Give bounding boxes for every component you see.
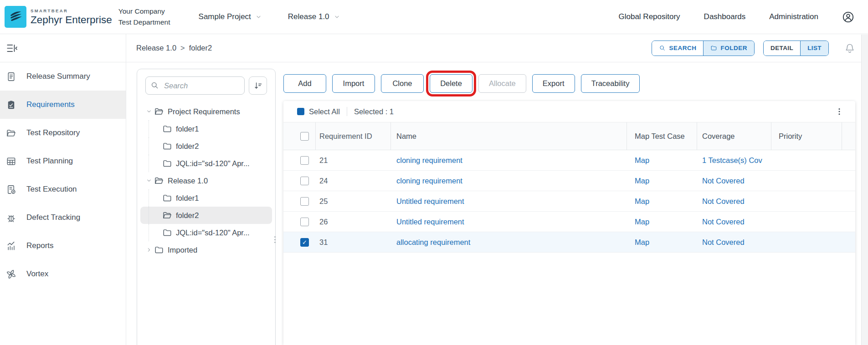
toolbar-button[interactable]: Add — [283, 74, 326, 93]
table-row[interactable]: 31 allocating requirement Map Not Covere… — [283, 232, 855, 253]
tree-node[interactable]: folder1 — [140, 120, 272, 137]
top-navigation: Global Repository Dashboards Administrat… — [618, 11, 854, 23]
bell-icon[interactable] — [844, 42, 855, 54]
requirement-id: 26 — [316, 218, 391, 226]
table-row[interactable]: 24 cloning requirement Map Not Covered — [283, 171, 855, 191]
tree-node[interactable]: folder2 — [140, 207, 272, 224]
segment-label: LIST — [807, 45, 822, 51]
chevron-down-icon — [334, 14, 340, 20]
tree-node-label: JQL:id="sd-120" Apr... — [176, 159, 250, 168]
toolbar-button[interactable]: Import — [332, 74, 375, 93]
sidebar-item[interactable]: Test Repository — [0, 119, 126, 147]
kebab-menu-icon[interactable] — [835, 107, 843, 116]
table-row[interactable]: 26 Untitled requirement Map Not Covered — [283, 212, 855, 232]
release-dropdown[interactable]: Release 1.0 — [288, 12, 340, 21]
toolbar-button[interactable]: Traceability — [581, 74, 640, 93]
requirement-name-link[interactable]: cloning requirement — [391, 156, 627, 165]
toolbar-button[interactable]: Delete — [430, 74, 473, 93]
toggle-segment[interactable]: LIST — [800, 41, 828, 56]
breadcrumb-release[interactable]: Release 1.0 — [136, 44, 176, 52]
toolbar-button[interactable]: Export — [532, 74, 575, 93]
requirement-id: 21 — [316, 156, 391, 165]
tree-search-input[interactable] — [145, 76, 245, 95]
panel-resize-handle[interactable] — [274, 236, 276, 243]
collapse-sidebar-icon[interactable] — [5, 42, 17, 54]
release-dropdown-label: Release 1.0 — [288, 12, 329, 21]
map-link[interactable]: Map — [635, 156, 649, 164]
row-checkbox[interactable] — [300, 177, 309, 185]
row-checkbox[interactable] — [300, 218, 309, 226]
table-row[interactable]: 25 Untitled requirement Map Not Covered — [283, 191, 855, 212]
row-checkbox[interactable] — [300, 238, 309, 247]
folder-open-icon — [6, 128, 16, 138]
sort-button[interactable] — [249, 76, 267, 95]
toggle-segment[interactable]: FOLDER — [703, 41, 754, 56]
requirement-name-link[interactable]: cloning requirement — [391, 177, 627, 185]
requirement-name-link[interactable]: Untitled requirement — [391, 197, 627, 206]
header-checkbox[interactable] — [300, 132, 309, 141]
scrollbar-track[interactable] — [861, 35, 868, 345]
toggle-segment[interactable]: SEARCH — [652, 41, 703, 56]
toggle-segment[interactable]: DETAIL — [764, 41, 800, 56]
coverage-link[interactable]: Not Covered — [697, 177, 771, 185]
coverage-link[interactable]: 1 Testcase(s) Cov — [697, 156, 771, 165]
table-row[interactable]: 21 cloning requirement Map 1 Testcase(s)… — [283, 150, 855, 171]
sidebar-item-label: Reports — [26, 241, 54, 250]
row-checkbox[interactable] — [300, 156, 309, 165]
tree-node[interactable]: JQL:id="sd-120" Apr... — [140, 224, 272, 241]
row-checkbox[interactable] — [300, 197, 309, 206]
nav-global-repository[interactable]: Global Repository — [618, 12, 680, 21]
project-dropdown[interactable]: Sample Project — [199, 12, 262, 21]
nav-dashboards[interactable]: Dashboards — [704, 12, 746, 21]
breadcrumb-folder[interactable]: folder2 — [189, 44, 212, 52]
requirements-table: Select All Selected : 1 Requirement ID N… — [283, 101, 855, 345]
map-link[interactable]: Map — [635, 218, 649, 226]
coverage-link[interactable]: Not Covered — [697, 238, 771, 247]
sidebar-item[interactable]: Requirements — [0, 91, 126, 119]
sidebar-item-label: Vortex — [26, 269, 48, 279]
requirements-toolbar: Add Import Clone Delete Allocate Export — [283, 74, 855, 93]
company-name: Your Company — [118, 6, 170, 17]
coverage-link[interactable]: Not Covered — [697, 197, 771, 206]
sidebar: Release Summary Requirements Test Reposi… — [0, 34, 126, 345]
sidebar-item[interactable]: Reports — [0, 232, 126, 260]
selected-count: Selected : 1 — [354, 107, 394, 116]
map-link[interactable]: Map — [635, 238, 649, 246]
toolbar-button[interactable]: Allocate — [478, 74, 526, 93]
map-link[interactable]: Map — [635, 177, 649, 185]
chevron-down-icon — [256, 14, 262, 20]
nav-administration[interactable]: Administration — [769, 12, 818, 21]
chevron-down-icon — [146, 178, 152, 183]
segment-label: SEARCH — [669, 45, 696, 51]
sidebar-item[interactable]: Vortex — [0, 260, 126, 288]
detail-list-toggle: DETAIL LIST — [763, 41, 829, 56]
sidebar-item[interactable]: Test Planning — [0, 147, 126, 175]
tree-node[interactable]: folder2 — [140, 137, 272, 155]
user-avatar-icon[interactable] — [842, 11, 854, 23]
tree-node[interactable]: Release 1.0 — [140, 172, 272, 189]
tree-node[interactable]: Imported — [140, 241, 272, 259]
sidebar-item[interactable]: Test Execution — [0, 175, 126, 203]
requirement-name-link[interactable]: allocating requirement — [391, 238, 627, 247]
file-check-icon — [6, 184, 16, 195]
bug-icon — [6, 213, 16, 223]
tree-node[interactable]: folder1 — [140, 189, 272, 207]
document-icon — [6, 71, 16, 82]
search-icon — [150, 81, 159, 90]
coverage-link[interactable]: Not Covered — [697, 218, 771, 226]
map-link[interactable]: Map — [635, 197, 649, 205]
chart-icon — [6, 241, 16, 251]
pinwheel-icon — [6, 269, 16, 279]
toolbar-button[interactable]: Clone — [381, 74, 424, 93]
sidebar-item[interactable]: Release Summary — [0, 62, 126, 91]
breadcrumb: Release 1.0 > folder2 — [136, 44, 212, 52]
tree-node[interactable]: Project Requirements — [140, 103, 272, 120]
folder-tree-panel: Project Requirements folder1 — [137, 69, 276, 345]
tree-node[interactable]: JQL:id="sd-120" Apr... — [140, 155, 272, 172]
sidebar-item-label: Test Planning — [26, 157, 73, 166]
folder-closed-icon — [162, 228, 172, 238]
sidebar-item[interactable]: Defect Tracking — [0, 203, 126, 232]
sidebar-item-label: Defect Tracking — [26, 213, 80, 222]
select-all-checkbox[interactable] — [297, 108, 304, 115]
requirement-name-link[interactable]: Untitled requirement — [391, 218, 627, 226]
